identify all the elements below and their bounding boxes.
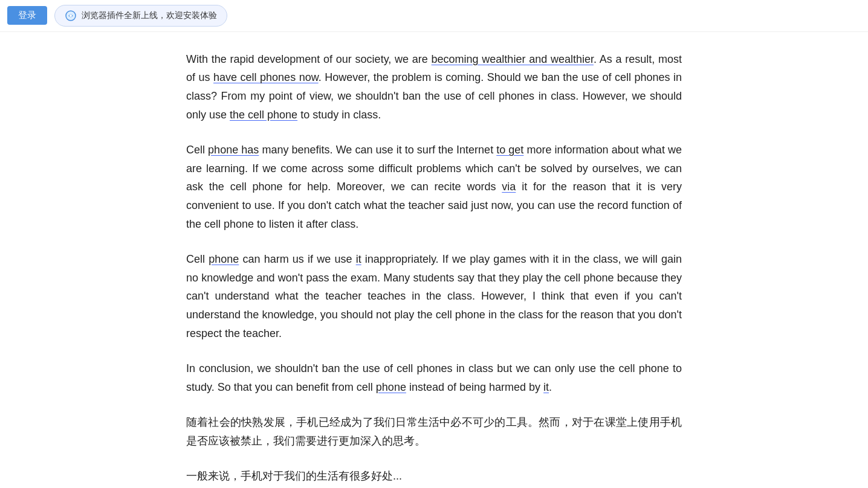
link-the-cell-phone[interactable]: the cell phone [230, 109, 297, 121]
paragraph-1: With the rapid development of our societ… [186, 50, 682, 124]
paragraph-6-chinese: 一般来说，手机对于我们的生活有很多好处... [186, 467, 682, 486]
link-phone-3[interactable]: phone [209, 253, 239, 265]
login-button[interactable]: 登录 [7, 6, 47, 25]
para4-text: In conclusion, we shouldn't ban the use … [186, 362, 682, 393]
paragraph-4: In conclusion, we shouldn't ban the use … [186, 359, 682, 396]
plugin-banner[interactable]: 浏览器插件全新上线，欢迎安装体验 [54, 5, 227, 27]
link-to-get[interactable]: to get [496, 144, 523, 156]
top-bar: 登录 浏览器插件全新上线，欢迎安装体验 [0, 0, 868, 32]
para6-cn-text: 一般来说，手机对于我们的生活有很多好处... [186, 470, 402, 482]
svg-point-1 [70, 14, 72, 17]
paragraph-2: Cell phone has many benefits. We can use… [186, 141, 682, 233]
link-via[interactable]: via [502, 181, 516, 193]
link-it-3[interactable]: it [356, 253, 361, 265]
link-have-cell-phones[interactable]: have cell phones now [213, 71, 319, 83]
paragraph-5-chinese: 随着社会的快熟发展，手机已经成为了我们日常生活中必不可少的工具。然而，对于在课堂… [186, 413, 682, 450]
link-becoming-wealthier[interactable]: becoming wealthier and wealthier [432, 53, 594, 65]
link-phone-has[interactable]: phone has [208, 144, 259, 156]
paragraph-3: Cell phone can harm us if we use it inap… [186, 250, 682, 342]
para2-text: Cell phone has many benefits. We can use… [186, 144, 682, 230]
link-phone-4[interactable]: phone [376, 381, 406, 393]
plugin-icon [65, 10, 77, 22]
para1-text: With the rapid development of our societ… [186, 53, 682, 121]
para3-text: Cell phone can harm us if we use it inap… [186, 253, 682, 339]
content-area: With the rapid development of our societ… [162, 32, 706, 488]
para5-cn-text: 随着社会的快熟发展，手机已经成为了我们日常生活中必不可少的工具。然而，对于在课堂… [186, 416, 682, 447]
banner-text: 浏览器插件全新上线，欢迎安装体验 [82, 8, 217, 23]
link-it-4[interactable]: it [543, 381, 549, 393]
